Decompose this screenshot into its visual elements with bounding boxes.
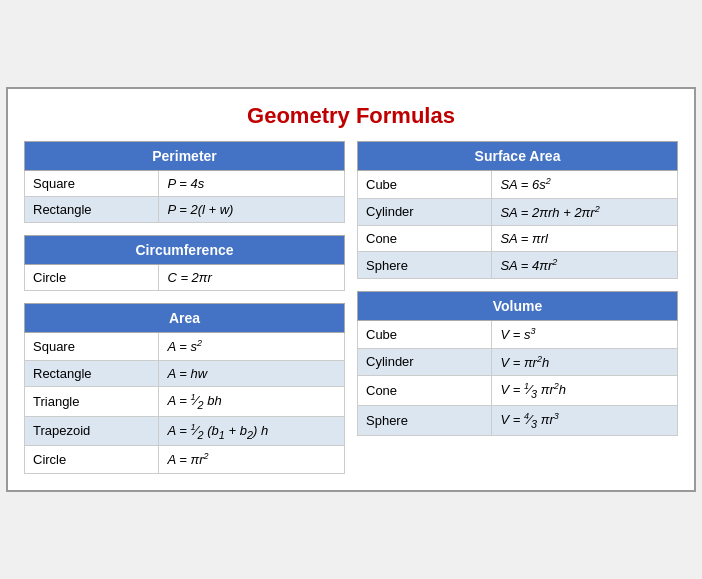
shape-cell: Cylinder [358, 348, 492, 375]
shape-cell: Cone [358, 225, 492, 251]
shape-cell: Cube [358, 321, 492, 348]
formula-cell: SA = πrl [492, 225, 678, 251]
table-row: SquareA = s2 [25, 333, 345, 360]
shape-cell: Square [25, 171, 159, 197]
shape-cell: Sphere [358, 405, 492, 435]
shape-cell: Trapezoid [25, 416, 159, 446]
perimeter-table: Perimeter SquareP = 4sRectangleP = 2(l +… [24, 141, 345, 223]
shape-cell: Triangle [25, 386, 159, 416]
formula-cell: V = s3 [492, 321, 678, 348]
page-title: Geometry Formulas [24, 103, 678, 129]
shape-cell: Rectangle [25, 360, 159, 386]
formula-cell: P = 2(l + w) [159, 197, 345, 223]
table-row: CubeSA = 6s2 [358, 171, 678, 198]
formula-cell: A = 1⁄2 bh [159, 386, 345, 416]
formula-cell: V = 1⁄3 πr2h [492, 375, 678, 405]
volume-table: Volume CubeV = s3CylinderV = πr2hConeV =… [357, 291, 678, 436]
table-row: ConeSA = πrl [358, 225, 678, 251]
formula-cell: A = 1⁄2 (b1 + b2) h [159, 416, 345, 446]
perimeter-header: Perimeter [25, 142, 345, 171]
shape-cell: Square [25, 333, 159, 360]
volume-header: Volume [358, 292, 678, 321]
table-row: SquareP = 4s [25, 171, 345, 197]
table-row: SphereV = 4⁄3 πr3 [358, 405, 678, 435]
right-column: Surface Area CubeSA = 6s2CylinderSA = 2π… [357, 141, 678, 474]
shape-cell: Cone [358, 375, 492, 405]
surface-area-header: Surface Area [358, 142, 678, 171]
formula-cell: A = hw [159, 360, 345, 386]
formula-cell: SA = 4πr2 [492, 251, 678, 278]
formula-cell: P = 4s [159, 171, 345, 197]
formula-cell: A = πr2 [159, 446, 345, 473]
area-header: Area [25, 304, 345, 333]
shape-cell: Circle [25, 446, 159, 473]
table-row: ConeV = 1⁄3 πr2h [358, 375, 678, 405]
formula-cell: C = 2πr [159, 265, 345, 291]
table-row: CircleC = 2πr [25, 265, 345, 291]
table-row: CylinderV = πr2h [358, 348, 678, 375]
shape-cell: Cube [358, 171, 492, 198]
surface-area-table: Surface Area CubeSA = 6s2CylinderSA = 2π… [357, 141, 678, 279]
formula-cell: A = s2 [159, 333, 345, 360]
page-container: Geometry Formulas Perimeter SquareP = 4s… [6, 87, 696, 492]
left-column: Perimeter SquareP = 4sRectangleP = 2(l +… [24, 141, 345, 474]
shape-cell: Rectangle [25, 197, 159, 223]
table-row: TrapezoidA = 1⁄2 (b1 + b2) h [25, 416, 345, 446]
circumference-header: Circumference [25, 236, 345, 265]
tables-grid: Perimeter SquareP = 4sRectangleP = 2(l +… [24, 141, 678, 474]
shape-cell: Cylinder [358, 198, 492, 225]
formula-cell: V = 4⁄3 πr3 [492, 405, 678, 435]
table-row: CubeV = s3 [358, 321, 678, 348]
circumference-table: Circumference CircleC = 2πr [24, 235, 345, 291]
table-row: TriangleA = 1⁄2 bh [25, 386, 345, 416]
table-row: SphereSA = 4πr2 [358, 251, 678, 278]
table-row: CircleA = πr2 [25, 446, 345, 473]
table-row: RectangleP = 2(l + w) [25, 197, 345, 223]
table-row: CylinderSA = 2πrh + 2πr2 [358, 198, 678, 225]
table-row: RectangleA = hw [25, 360, 345, 386]
shape-cell: Sphere [358, 251, 492, 278]
formula-cell: SA = 2πrh + 2πr2 [492, 198, 678, 225]
shape-cell: Circle [25, 265, 159, 291]
formula-cell: SA = 6s2 [492, 171, 678, 198]
formula-cell: V = πr2h [492, 348, 678, 375]
area-table: Area SquareA = s2RectangleA = hwTriangle… [24, 303, 345, 474]
